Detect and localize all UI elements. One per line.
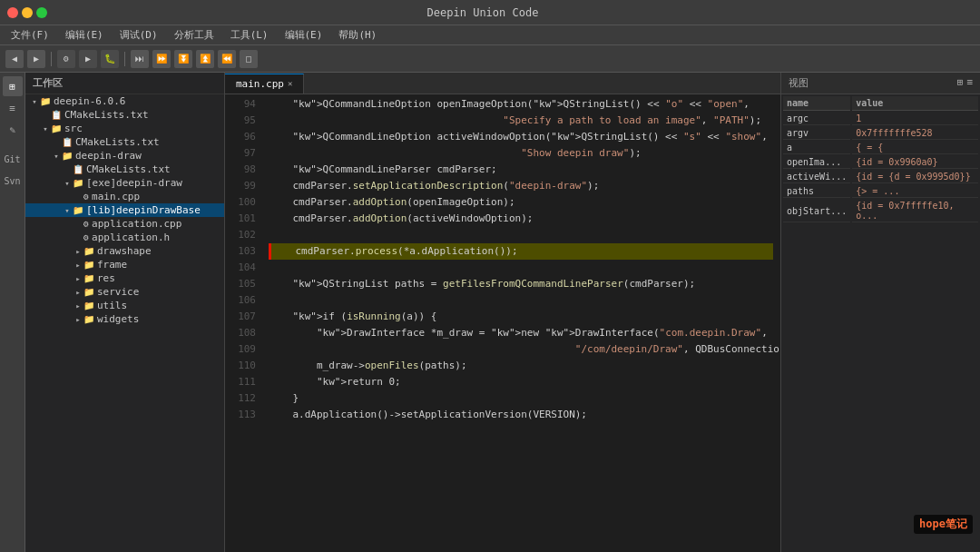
code-line-107: "kw">if (isRunning(a)) { <box>269 309 773 325</box>
tree-file-icon-4: 📁 <box>62 151 73 161</box>
menu-help[interactable]: 帮助(H) <box>331 26 384 44</box>
menu-file[interactable]: 文件(F) <box>4 26 56 44</box>
sidebar-icon-svn[interactable]: Svn <box>3 171 23 191</box>
var-name-1: argv <box>783 127 850 140</box>
toolbar-forward[interactable]: ▶ <box>27 50 45 68</box>
tree-label-14: service <box>97 286 139 298</box>
line-number-103: 103 <box>225 243 256 260</box>
tree-file-icon-15: 📁 <box>83 301 94 310</box>
explorer-item-12[interactable]: ▸📁frame <box>25 258 224 271</box>
line-number-99: 99 <box>225 178 256 194</box>
explorer-item-1[interactable]: 📋CMakeLists.txt <box>25 108 224 122</box>
tree-label-13: res <box>97 272 115 284</box>
tree-arrow-4: ▾ <box>51 152 62 161</box>
tree-file-icon-3: 📋 <box>62 137 73 147</box>
menu-tools[interactable]: 工具(L) <box>223 26 276 44</box>
var-row-0[interactable]: argc1 <box>783 113 978 125</box>
explorer-item-4[interactable]: ▾📁deepin-draw <box>25 149 224 163</box>
toolbar-reset[interactable]: □ <box>240 50 258 68</box>
explorer-item-11[interactable]: ▸📁drawshape <box>25 244 224 258</box>
toolbar-run[interactable]: ▶ <box>79 50 97 68</box>
tree-arrow-2: ▾ <box>40 124 51 133</box>
tree-arrow-6: ▾ <box>62 179 73 188</box>
editor-area: main.cpp ✕ 94959697989910010110210310410… <box>225 73 780 552</box>
explorer-item-14[interactable]: ▸📁service <box>25 285 224 299</box>
toolbar-step-in[interactable]: ⏬ <box>174 50 192 68</box>
tree-label-0: deepin-6.0.6 <box>54 95 125 107</box>
sidebar-icon-edit[interactable]: ✎ <box>3 120 23 140</box>
tree-file-icon-1: 📋 <box>51 110 62 120</box>
explorer-item-16[interactable]: ▸📁widgets <box>25 312 224 326</box>
var-row-3[interactable]: openIma...{id = 0x9960a0} <box>783 156 978 169</box>
toolbar-stop[interactable]: ⏪ <box>218 50 236 68</box>
tree-arrow-16: ▸ <box>73 315 83 324</box>
menubar: 文件(F) 编辑(E) 调试(D) 分析工具 工具(L) 编辑(E) 帮助(H) <box>0 25 980 45</box>
code-line-110: m_draw->openFiles(paths); <box>269 358 773 374</box>
code-line-96: "kw">QCommandLineOption activeWindowOpti… <box>269 129 773 145</box>
var-row-4[interactable]: activeWi...{id = {d = 0x9995d0}} <box>783 171 978 183</box>
tree-label-5: CMakeLists.txt <box>86 163 171 175</box>
tree-file-icon-11: 📁 <box>83 246 94 256</box>
tree-arrow-12: ▸ <box>73 261 83 270</box>
sidebar-icon-outline[interactable]: ≡ <box>3 98 23 118</box>
toolbar-step-over[interactable]: ⏩ <box>152 50 171 68</box>
menu-build[interactable]: 编辑(E) <box>278 26 330 44</box>
minimize-btn[interactable] <box>22 7 33 18</box>
close-btn[interactable] <box>7 7 18 18</box>
line-number-98: 98 <box>225 162 256 178</box>
explorer-item-8[interactable]: ▾📁[lib]deepinDrawBase <box>25 203 224 217</box>
toolbar-sep-1 <box>51 52 52 66</box>
explorer-item-13[interactable]: ▸📁res <box>25 271 224 285</box>
menu-debug[interactable]: 调试(D) <box>113 26 165 44</box>
editor-tab-main-cpp[interactable]: main.cpp ✕ <box>225 74 304 94</box>
toolbar-build[interactable]: ⚙ <box>57 50 75 68</box>
tab-close-icon[interactable]: ✕ <box>288 79 292 88</box>
sidebar-icon-explorer[interactable]: ⊞ <box>3 76 23 96</box>
tree-label-6: [exe]deepin-draw <box>86 177 182 189</box>
sidebar-icons: ⊞ ≡ ✎ Git Svn <box>0 73 25 552</box>
var-name-4: activeWi... <box>783 171 850 183</box>
explorer-item-3[interactable]: 📋CMakeLists.txt <box>25 135 224 149</box>
tree-file-icon-10: ⚙ <box>83 232 89 242</box>
tree-label-10: application.h <box>92 232 170 243</box>
code-line-100: cmdParser.addOption(openImageOption); <box>269 194 773 211</box>
toolbar-debug[interactable]: 🐛 <box>101 50 119 68</box>
code-line-108: "kw">DrawInterface *m_draw = "kw">new "k… <box>269 325 773 341</box>
var-name-6: objStart... <box>783 200 850 222</box>
line-number-113: 113 <box>225 407 256 423</box>
menu-edit[interactable]: 编辑(E) <box>58 26 111 44</box>
var-row-6[interactable]: objStart...{id = 0x7fffffe10, o... <box>783 200 978 222</box>
toolbar-step-out[interactable]: ⏫ <box>196 50 214 68</box>
explorer-item-2[interactable]: ▾📁src <box>25 122 224 135</box>
sidebar-icon-git[interactable]: Git <box>3 149 23 169</box>
code-line-99: cmdParser.setApplicationDescription("dee… <box>269 178 773 194</box>
toolbar-back[interactable]: ◀ <box>5 50 24 68</box>
var-name-0: argc <box>783 113 850 125</box>
tree-arrow-14: ▸ <box>73 288 83 297</box>
explorer-item-0[interactable]: ▾📁deepin-6.0.6 <box>25 94 224 108</box>
tree-label-16: widgets <box>97 313 139 325</box>
editor-content: 9495969798991001011021031041051061071081… <box>225 94 780 552</box>
maximize-btn[interactable] <box>36 7 47 18</box>
explorer-item-10[interactable]: ⚙application.h <box>25 231 224 244</box>
toolbar-continue[interactable]: ⏭ <box>131 50 149 68</box>
code-editor[interactable]: "kw">QCommandLineOption openImageOption(… <box>261 94 780 552</box>
tree-label-9: application.cpp <box>92 218 181 230</box>
var-row-1[interactable]: argv0x7fffffffe528 <box>783 127 978 140</box>
explorer-item-5[interactable]: 📋CMakeLists.txt <box>25 163 224 176</box>
line-number-101: 101 <box>225 211 256 227</box>
var-value-3: {id = 0x9960a0} <box>852 156 978 169</box>
panel-icon-2[interactable]: ≡ <box>966 76 973 90</box>
tree-label-4: deepin-draw <box>75 150 142 162</box>
var-col-value: value <box>852 96 978 111</box>
explorer-item-9[interactable]: ⚙application.cpp <box>25 217 224 231</box>
menu-analyze[interactable]: 分析工具 <box>167 26 221 44</box>
tree-file-icon-14: 📁 <box>83 287 94 297</box>
explorer-item-15[interactable]: ▸📁utils <box>25 299 224 312</box>
explorer-item-6[interactable]: ▾📁[exe]deepin-draw <box>25 176 224 190</box>
panel-icon-1[interactable]: ⊞ <box>957 76 964 90</box>
explorer-item-7[interactable]: ⚙main.cpp <box>25 190 224 203</box>
var-row-5[interactable]: paths{> = ... <box>783 185 978 198</box>
toolbar-sep-2 <box>124 52 125 66</box>
var-row-2[interactable]: a{ = { <box>783 142 978 154</box>
